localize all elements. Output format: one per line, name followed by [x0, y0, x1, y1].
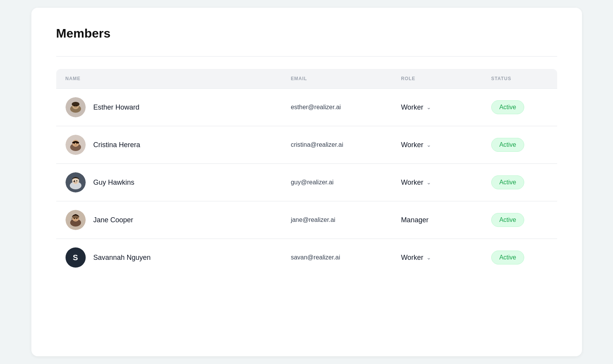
role-dropdown-icon[interactable]: ⌄ — [427, 104, 431, 110]
svg-point-16 — [76, 180, 77, 182]
avatar — [66, 97, 86, 117]
svg-point-20 — [74, 218, 75, 219]
status-badge: Active — [491, 251, 525, 264]
name-cell: S Savannah Nguyen — [56, 239, 281, 276]
name-cell: Cristina Herera — [56, 126, 281, 164]
svg-point-5 — [76, 105, 77, 106]
email-cell: cristina@realizer.ai — [281, 126, 392, 164]
status-cell: Active — [482, 164, 557, 201]
page-title: Members — [56, 26, 557, 41]
table-row[interactable]: Guy Hawkins guy@realizer.ai Worker ⌄ Act… — [56, 164, 557, 201]
member-role: Worker — [401, 103, 423, 112]
member-role: Manager — [401, 216, 428, 224]
email-cell: esther@realizer.ai — [281, 89, 392, 126]
avatar — [66, 210, 86, 230]
column-header-email: EMAIL — [281, 69, 392, 89]
name-cell: Esther Howard — [56, 89, 281, 126]
role-dropdown-icon[interactable]: ⌄ — [427, 254, 431, 261]
svg-point-10 — [76, 143, 77, 144]
member-email: guy@realizer.ai — [291, 179, 334, 185]
svg-point-9 — [74, 143, 75, 144]
svg-point-15 — [74, 180, 75, 182]
avatar — [66, 135, 86, 155]
role-cell[interactable]: Worker ⌄ — [392, 164, 482, 201]
member-role: Worker — [401, 141, 423, 149]
role-cell[interactable]: Worker ⌄ — [392, 126, 482, 164]
email-cell: jane@realizer.ai — [281, 201, 392, 239]
column-header-role: ROLE — [392, 69, 482, 89]
role-cell[interactable]: Worker ⌄ — [392, 89, 482, 126]
member-email: jane@realizer.ai — [291, 216, 335, 223]
svg-point-3 — [72, 102, 79, 106]
member-role: Worker — [401, 254, 423, 262]
status-cell: Active — [482, 89, 557, 126]
members-table: NAME EMAIL ROLE STATUS Esther Howard est… — [56, 69, 557, 276]
name-cell: Guy Hawkins — [56, 164, 281, 201]
member-role: Worker — [401, 179, 423, 187]
name-cell: Jane Cooper — [56, 201, 281, 239]
avatar: S — [66, 247, 86, 268]
member-email: savan@realizer.ai — [291, 254, 340, 261]
table-row[interactable]: Esther Howard esther@realizer.ai Worker … — [56, 89, 557, 126]
email-cell: guy@realizer.ai — [281, 164, 392, 201]
table-row[interactable]: Jane Cooper jane@realizer.ai Manager Act… — [56, 201, 557, 239]
member-name: Esther Howard — [93, 103, 140, 112]
header-divider — [56, 56, 557, 57]
page-container: Members NAME EMAIL ROLE STATUS Esther Ho… — [31, 8, 582, 356]
table-header: NAME EMAIL ROLE STATUS — [56, 69, 557, 89]
role-cell[interactable]: Manager — [392, 201, 482, 239]
table-row[interactable]: S Savannah Nguyen savan@realizer.ai Work… — [56, 239, 557, 276]
role-cell[interactable]: Worker ⌄ — [392, 239, 482, 276]
table-body: Esther Howard esther@realizer.ai Worker … — [56, 89, 557, 276]
status-cell: Active — [482, 126, 557, 164]
status-badge: Active — [491, 175, 525, 189]
table-row[interactable]: Cristina Herera cristina@realizer.ai Wor… — [56, 126, 557, 164]
member-name: Cristina Herera — [93, 141, 140, 149]
member-name: Jane Cooper — [93, 216, 133, 224]
member-email: esther@realizer.ai — [291, 104, 341, 110]
status-cell: Active — [482, 239, 557, 276]
email-cell: savan@realizer.ai — [281, 239, 392, 276]
member-email: cristina@realizer.ai — [291, 141, 343, 148]
status-badge: Active — [491, 138, 525, 152]
role-dropdown-icon[interactable]: ⌄ — [427, 179, 431, 185]
status-badge: Active — [491, 213, 525, 227]
svg-point-21 — [76, 218, 77, 219]
member-name: Savannah Nguyen — [93, 254, 151, 262]
member-name: Guy Hawkins — [93, 179, 135, 187]
avatar — [66, 172, 86, 192]
role-dropdown-icon[interactable]: ⌄ — [427, 142, 431, 148]
column-header-name: NAME — [56, 69, 281, 89]
status-cell: Active — [482, 201, 557, 239]
svg-point-4 — [74, 105, 75, 106]
column-header-status: STATUS — [482, 69, 557, 89]
status-badge: Active — [491, 100, 525, 114]
